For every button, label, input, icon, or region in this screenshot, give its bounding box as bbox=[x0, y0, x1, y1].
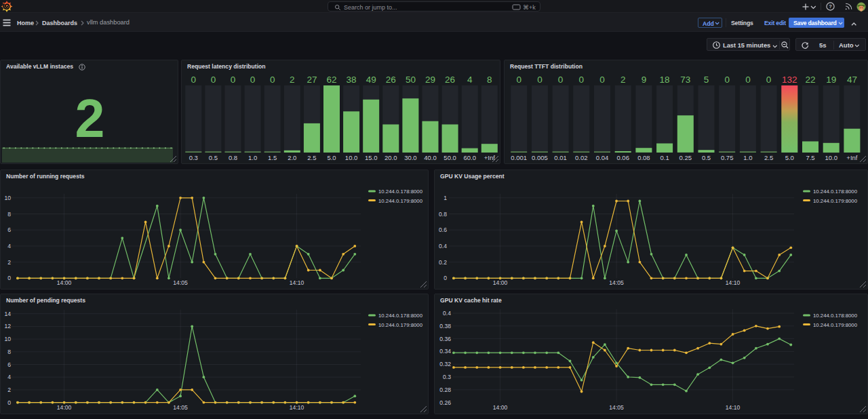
svg-text:0.25: 0.25 bbox=[679, 154, 692, 161]
svg-text:14:05: 14:05 bbox=[609, 404, 624, 411]
svg-text:0.8: 0.8 bbox=[229, 154, 237, 161]
svg-text:47: 47 bbox=[847, 75, 857, 85]
svg-text:40.0: 40.0 bbox=[424, 154, 437, 161]
svg-text:7.5: 7.5 bbox=[806, 154, 814, 161]
svg-text:5.0: 5.0 bbox=[327, 154, 336, 161]
svg-text:10.244.0.179:8000: 10.244.0.179:8000 bbox=[813, 198, 858, 204]
svg-text:2.5: 2.5 bbox=[307, 154, 316, 161]
svg-text:19: 19 bbox=[826, 75, 836, 85]
svg-text:0: 0 bbox=[211, 75, 216, 85]
svg-text:0.4: 0.4 bbox=[439, 243, 447, 250]
svg-text:0.1: 0.1 bbox=[660, 154, 669, 161]
svg-text:14:10: 14:10 bbox=[726, 279, 741, 286]
svg-text:0.3: 0.3 bbox=[189, 154, 198, 161]
svg-text:14:10: 14:10 bbox=[290, 404, 304, 411]
svg-text:14:10: 14:10 bbox=[726, 404, 741, 411]
svg-text:0: 0 bbox=[7, 399, 11, 406]
svg-text:0: 0 bbox=[191, 75, 197, 85]
svg-text:14: 14 bbox=[4, 311, 11, 317]
svg-text:10: 10 bbox=[4, 336, 11, 342]
svg-text:8: 8 bbox=[7, 348, 11, 355]
svg-text:9: 9 bbox=[642, 75, 647, 85]
svg-text:2: 2 bbox=[7, 259, 11, 266]
svg-text:10: 10 bbox=[4, 195, 11, 201]
svg-text:10.244.0.178:8000: 10.244.0.178:8000 bbox=[378, 188, 423, 195]
svg-text:0: 0 bbox=[443, 275, 447, 281]
svg-text:2.0: 2.0 bbox=[288, 154, 296, 161]
svg-text:4: 4 bbox=[467, 75, 473, 85]
svg-text:4: 4 bbox=[7, 243, 11, 250]
svg-text:0: 0 bbox=[558, 75, 564, 85]
svg-text:0.34: 0.34 bbox=[439, 348, 451, 355]
svg-text:14:00: 14:00 bbox=[57, 404, 72, 411]
svg-text:0: 0 bbox=[250, 75, 256, 85]
svg-text:18: 18 bbox=[660, 75, 670, 85]
svg-text:5.0: 5.0 bbox=[785, 154, 794, 161]
svg-text:0.75: 0.75 bbox=[721, 154, 734, 161]
svg-text:0.01: 0.01 bbox=[554, 154, 567, 161]
svg-text:62: 62 bbox=[326, 75, 336, 85]
svg-text:6: 6 bbox=[7, 361, 11, 368]
svg-text:14:05: 14:05 bbox=[173, 404, 188, 411]
svg-text:2: 2 bbox=[620, 75, 626, 85]
svg-text:0: 0 bbox=[516, 75, 521, 85]
svg-text:0.001: 0.001 bbox=[511, 154, 527, 161]
svg-text:26: 26 bbox=[445, 75, 455, 85]
svg-text:2.5: 2.5 bbox=[764, 154, 773, 161]
svg-text:14:05: 14:05 bbox=[609, 279, 624, 286]
svg-text:1.0: 1.0 bbox=[743, 154, 752, 161]
svg-text:10.244.0.179:8000: 10.244.0.179:8000 bbox=[378, 198, 423, 204]
svg-text:49: 49 bbox=[366, 75, 376, 85]
svg-text:0.2: 0.2 bbox=[439, 259, 447, 266]
svg-text:+Inf: +Inf bbox=[846, 154, 857, 161]
svg-text:0.28: 0.28 bbox=[439, 386, 451, 393]
svg-text:5: 5 bbox=[704, 75, 709, 85]
svg-text:14:00: 14:00 bbox=[493, 404, 508, 411]
svg-text:0.06: 0.06 bbox=[616, 154, 629, 161]
svg-text:0.5: 0.5 bbox=[702, 154, 711, 161]
svg-text:4: 4 bbox=[7, 374, 11, 380]
svg-text:0: 0 bbox=[724, 75, 730, 85]
svg-text:10.0: 10.0 bbox=[345, 154, 357, 161]
svg-text:132: 132 bbox=[782, 75, 797, 85]
svg-text:1.5: 1.5 bbox=[268, 154, 277, 161]
svg-text:0.38: 0.38 bbox=[439, 323, 451, 330]
svg-text:12: 12 bbox=[4, 323, 11, 330]
svg-text:?: ? bbox=[829, 3, 832, 9]
svg-text:60.0: 60.0 bbox=[463, 154, 476, 161]
svg-text:10.244.0.179:8000: 10.244.0.179:8000 bbox=[378, 322, 423, 328]
svg-text:27: 27 bbox=[307, 75, 317, 85]
svg-text:1: 1 bbox=[443, 195, 447, 201]
svg-text:2: 2 bbox=[290, 75, 295, 85]
svg-text:0.04: 0.04 bbox=[596, 154, 609, 161]
svg-text:0: 0 bbox=[231, 75, 236, 85]
svg-text:50: 50 bbox=[406, 75, 416, 85]
svg-text:22: 22 bbox=[805, 75, 815, 85]
svg-text:0.005: 0.005 bbox=[532, 154, 548, 161]
svg-text:0.02: 0.02 bbox=[575, 154, 588, 161]
svg-text:8: 8 bbox=[487, 75, 492, 85]
svg-text:2: 2 bbox=[7, 386, 11, 393]
svg-text:0.32: 0.32 bbox=[439, 361, 451, 367]
svg-text:10.244.0.178:8000: 10.244.0.178:8000 bbox=[378, 313, 423, 319]
svg-text:10.244.0.178:8000: 10.244.0.178:8000 bbox=[813, 188, 858, 195]
svg-text:14:10: 14:10 bbox=[290, 279, 304, 286]
svg-text:6: 6 bbox=[7, 226, 11, 233]
svg-text:15.0: 15.0 bbox=[365, 154, 378, 161]
svg-text:38: 38 bbox=[347, 75, 357, 85]
svg-text:14:00: 14:00 bbox=[493, 279, 508, 286]
svg-text:73: 73 bbox=[680, 75, 690, 85]
svg-text:14:05: 14:05 bbox=[173, 279, 188, 286]
svg-text:0.5: 0.5 bbox=[209, 154, 218, 161]
svg-text:0.4: 0.4 bbox=[443, 310, 451, 317]
svg-text:0.3: 0.3 bbox=[443, 374, 451, 380]
svg-text:10.244.0.178:8000: 10.244.0.178:8000 bbox=[813, 313, 858, 319]
svg-text:0.36: 0.36 bbox=[439, 336, 451, 342]
svg-text:8: 8 bbox=[7, 211, 11, 218]
svg-text:0: 0 bbox=[745, 75, 751, 85]
svg-text:20.0: 20.0 bbox=[384, 154, 397, 161]
svg-text:0.6: 0.6 bbox=[439, 226, 447, 233]
svg-text:0: 0 bbox=[7, 275, 11, 281]
svg-text:10.0: 10.0 bbox=[825, 154, 837, 161]
svg-text:10.244.0.179:8000: 10.244.0.179:8000 bbox=[813, 322, 858, 328]
